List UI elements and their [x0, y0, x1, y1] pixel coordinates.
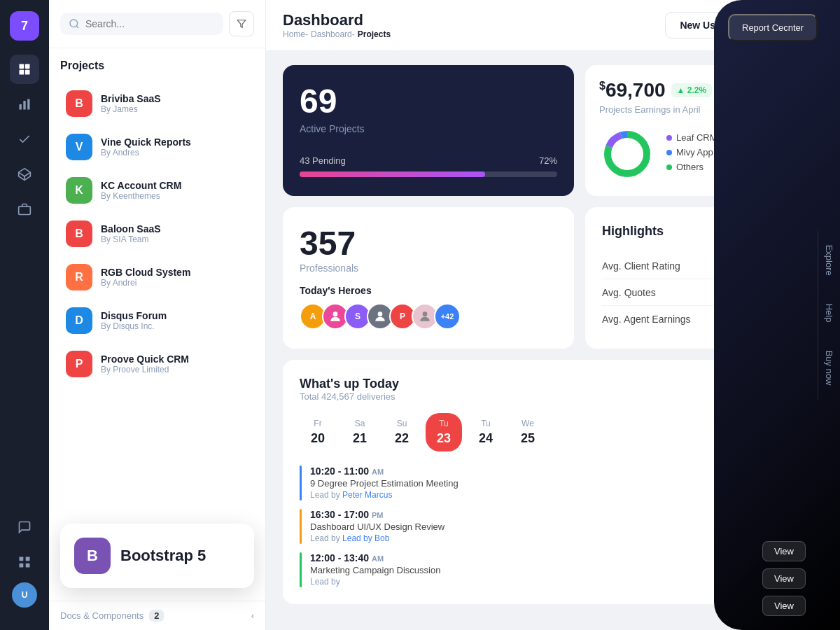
project-name: Briviba SaaS	[101, 93, 248, 104]
search-input[interactable]	[85, 18, 215, 29]
project-logo: P	[66, 351, 92, 377]
bottom-bar-arrow: ‹	[251, 610, 254, 621]
project-name: Vine Quick Reports	[101, 136, 248, 148]
project-name: Baloon SaaS	[101, 223, 248, 234]
view-button-2[interactable]: View	[762, 568, 806, 589]
cal-day-22[interactable]: Su 22	[384, 413, 420, 451]
prof-count: 357	[300, 224, 557, 262]
list-item[interactable]: R RGB Cloud System By Andrei	[60, 257, 254, 298]
bootstrap-popup: B Bootstrap 5	[60, 524, 254, 588]
project-by: By SIA Team	[101, 234, 248, 244]
project-logo: K	[66, 177, 92, 204]
project-by: By Proove Limited	[101, 365, 248, 374]
sidebar-item-projects[interactable]	[10, 195, 39, 224]
bottom-bar-count: 2	[149, 610, 164, 622]
search-bar	[49, 0, 265, 48]
page-title: Dashboard	[283, 11, 391, 29]
bootstrap-title: Bootstrap 5	[120, 547, 206, 565]
svg-rect-3	[25, 70, 30, 75]
progress-section: 43 Pending 72%	[300, 134, 557, 177]
breadcrumb: Dashboard Home- Dashboard- Projects	[283, 11, 391, 39]
sidebar-item-messages[interactable]	[10, 512, 39, 542]
bottom-bar-label: Docs & Components	[60, 610, 144, 621]
sidebar-item-layers[interactable]	[10, 160, 39, 189]
project-name: KC Account CRM	[101, 180, 248, 191]
breadcrumb-path: Home- Dashboard- Projects	[283, 29, 391, 39]
svg-point-20	[333, 312, 338, 316]
project-logo: B	[66, 220, 92, 247]
avatar-group: A S P +42	[300, 303, 557, 330]
svg-line-15	[76, 26, 78, 28]
progress-percent: 72%	[539, 155, 557, 166]
list-item[interactable]: K KC Account CRM By Keenthemes	[60, 170, 254, 211]
svg-rect-2	[20, 70, 24, 75]
sidebar-item-dashboard[interactable]	[10, 55, 39, 84]
tab-buy-now[interactable]: Buy now	[818, 336, 840, 399]
view-button-3[interactable]: View	[762, 596, 806, 616]
project-logo: B	[66, 90, 92, 117]
cal-day-25[interactable]: We 25	[510, 413, 546, 451]
card-professionals: 357 Professionals Today's Heroes A S P	[283, 207, 574, 349]
project-by: By Disqus Inc.	[101, 321, 248, 331]
svg-rect-1	[25, 64, 30, 69]
bottom-bar[interactable]: Docs & Components 2 ‹	[49, 601, 265, 630]
report-center-button[interactable]: Report Cecnter	[728, 14, 818, 41]
svg-point-14	[70, 20, 78, 27]
earnings-badge: ▲ 2.2%	[671, 83, 713, 97]
svg-point-22	[423, 312, 428, 316]
filter-button[interactable]	[229, 11, 254, 36]
right-overlay: Report Cecnter Explore Help Buy now View…	[714, 0, 840, 630]
left-panel: Projects B Briviba SaaS By James V Vine …	[49, 0, 266, 630]
sidebar-item-grid2[interactable]	[10, 547, 39, 577]
project-logo: R	[66, 264, 92, 290]
cal-day-23[interactable]: Tu 23	[426, 413, 462, 451]
project-logo: V	[66, 134, 92, 160]
svg-rect-11	[26, 557, 30, 561]
breadcrumb-current: Projects	[358, 29, 391, 39]
event-name: 9 Degree Project Estimation Meeting	[310, 478, 755, 489]
app-version[interactable]: 7	[10, 11, 39, 41]
svg-rect-10	[20, 557, 24, 561]
svg-rect-13	[26, 564, 30, 568]
list-item[interactable]: B Briviba SaaS By James	[60, 83, 254, 124]
project-name: Disqus Forum	[101, 310, 248, 321]
sidebar-item-tasks[interactable]	[10, 125, 39, 154]
event-border	[300, 465, 302, 500]
event-time: 16:30 - 17:00 PM	[310, 509, 755, 520]
breadcrumb-dashboard[interactable]: Dashboard-	[311, 29, 355, 39]
progress-bar-fill	[300, 172, 485, 177]
active-projects-label: Active Projects	[300, 123, 557, 134]
event-lead: Lead by Peter Marcus	[310, 490, 755, 500]
projects-title: Projects	[60, 59, 254, 72]
search-input-wrap[interactable]	[60, 13, 223, 35]
svg-rect-4	[20, 104, 22, 110]
list-item[interactable]: V Vine Quick Reports By Andres	[60, 127, 254, 167]
tab-explore[interactable]: Explore	[818, 231, 840, 290]
cal-day-21[interactable]: Sa 21	[342, 413, 378, 451]
svg-marker-16	[237, 20, 246, 28]
event-lead: Lead by Lead by Bob	[310, 533, 755, 543]
list-item[interactable]: B Baloon SaaS By SIA Team	[60, 214, 254, 254]
list-item[interactable]: D Disqus Forum By Disqus Inc.	[60, 300, 254, 341]
project-by: By Andres	[101, 148, 248, 158]
cal-day-24[interactable]: Tu 24	[468, 413, 504, 451]
user-avatar[interactable]: U	[12, 582, 37, 608]
tab-help[interactable]: Help	[818, 290, 840, 337]
project-by: By James	[101, 104, 248, 114]
cal-day-20[interactable]: Fr 20	[300, 413, 336, 451]
breadcrumb-home[interactable]: Home-	[283, 29, 308, 39]
sidebar-item-analytics[interactable]	[10, 90, 39, 119]
view-button-1[interactable]: View	[762, 541, 806, 561]
sidebar: 7 U	[0, 0, 49, 630]
project-logo: D	[66, 307, 92, 334]
list-item[interactable]: P Proove Quick CRM By Proove Limited	[60, 344, 254, 384]
active-projects-count: 69	[300, 82, 557, 120]
event-border	[300, 552, 302, 587]
event-border	[300, 509, 302, 544]
search-icon	[69, 18, 80, 29]
svg-rect-12	[20, 564, 24, 568]
highlight-label: Avg. Client Rating	[602, 260, 680, 272]
bootstrap-logo: B	[74, 538, 111, 574]
card-active-projects: 69 Active Projects 43 Pending 72%	[283, 65, 574, 196]
svg-rect-5	[23, 101, 25, 110]
